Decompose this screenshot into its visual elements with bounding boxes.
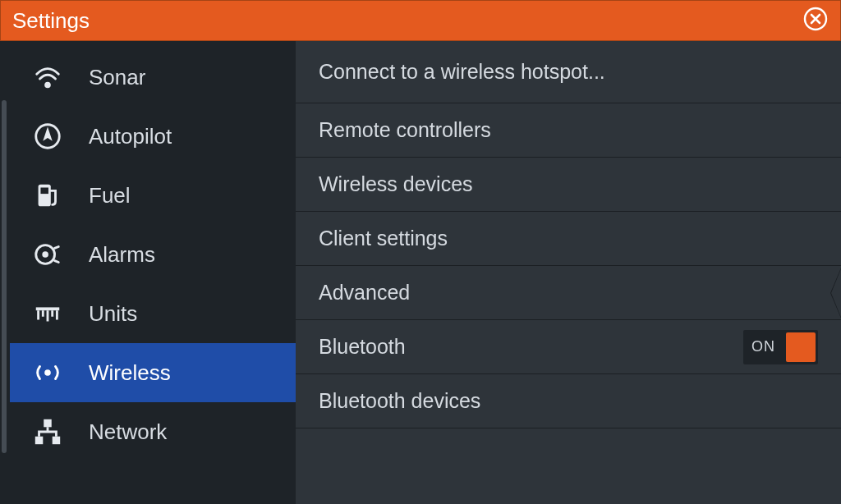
alarms-icon: [30, 236, 66, 273]
row-client-settings[interactable]: Client settings: [296, 212, 841, 266]
toggle-knob: [786, 332, 816, 362]
sidebar-item-label: Alarms: [89, 242, 155, 268]
row-wireless-devices[interactable]: Wireless devices: [296, 158, 841, 212]
row-label: Connect to a wireless hotspot...: [319, 60, 818, 84]
sidebar-item-label: Sonar: [89, 65, 145, 90]
bluetooth-toggle[interactable]: ON: [743, 330, 818, 364]
autopilot-icon: [30, 118, 66, 154]
sidebar-item-wireless[interactable]: Wireless: [10, 343, 296, 402]
fuel-icon: [30, 177, 66, 213]
row-advanced[interactable]: Advanced: [296, 266, 841, 320]
svg-rect-7: [36, 307, 60, 310]
sidebar-item-label: Fuel: [89, 183, 131, 208]
sidebar-item-label: Network: [89, 419, 167, 445]
row-bluetooth-devices[interactable]: Bluetooth devices: [296, 374, 841, 428]
toggle-state-label: ON: [743, 338, 784, 355]
row-label: Advanced: [319, 281, 818, 305]
row-label: Client settings: [319, 227, 818, 250]
chevron-right-icon: [830, 266, 841, 319]
content-panel: Connect to a wireless hotspot... Remote …: [296, 41, 841, 504]
svg-point-1: [44, 82, 51, 89]
svg-point-6: [42, 251, 48, 258]
svg-rect-11: [53, 437, 60, 445]
sidebar-item-label: Units: [89, 301, 137, 327]
close-icon: [802, 6, 829, 35]
units-icon: [30, 296, 66, 332]
wireless-icon: [30, 355, 66, 391]
sonar-icon: [30, 59, 66, 95]
row-label: Remote controllers: [319, 118, 818, 142]
sidebar-item-sonar[interactable]: Sonar: [10, 48, 296, 107]
settings-window: Settings Sonar: [0, 0, 841, 504]
page-title: Settings: [12, 8, 90, 34]
sidebar-item-alarms[interactable]: Alarms: [10, 225, 296, 284]
sidebar-item-label: Wireless: [89, 360, 171, 386]
network-icon: [30, 414, 66, 450]
sidebar: Sonar Autopilot Fuel: [10, 41, 296, 504]
svg-rect-10: [35, 437, 44, 445]
sidebar-item-units[interactable]: Units: [10, 284, 296, 343]
scrollbar-thumb[interactable]: [2, 100, 7, 453]
row-remote-controllers[interactable]: Remote controllers: [296, 103, 841, 158]
row-label: Bluetooth: [319, 335, 743, 359]
sidebar-item-autopilot[interactable]: Autopilot: [10, 107, 296, 166]
svg-point-8: [44, 369, 51, 376]
row-bluetooth[interactable]: Bluetooth ON: [296, 320, 841, 374]
close-button[interactable]: [801, 6, 830, 35]
svg-rect-9: [44, 419, 52, 428]
sidebar-item-fuel[interactable]: Fuel: [10, 166, 296, 225]
title-bar: Settings: [0, 0, 841, 41]
row-connect-hotspot[interactable]: Connect to a wireless hotspot...: [296, 41, 841, 103]
row-label: Bluetooth devices: [319, 389, 818, 413]
row-label: Wireless devices: [319, 172, 818, 196]
sidebar-item-label: Autopilot: [89, 124, 172, 149]
sidebar-scrollbar[interactable]: [0, 41, 10, 504]
sidebar-container: Sonar Autopilot Fuel: [0, 41, 296, 504]
sidebar-item-network[interactable]: Network: [10, 402, 296, 461]
body: Sonar Autopilot Fuel: [0, 41, 841, 504]
svg-rect-4: [40, 188, 48, 195]
